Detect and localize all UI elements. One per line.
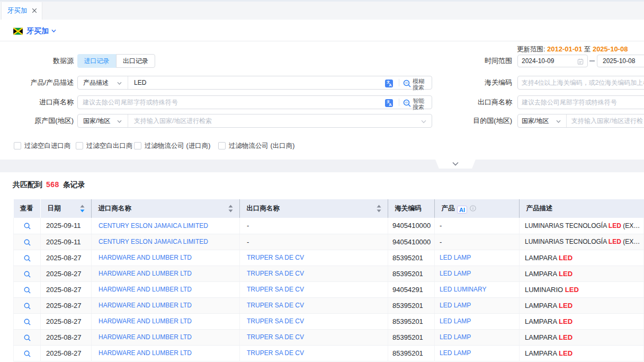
svg-text:A: A <box>389 102 392 107</box>
svg-text:A: A <box>389 83 392 87</box>
